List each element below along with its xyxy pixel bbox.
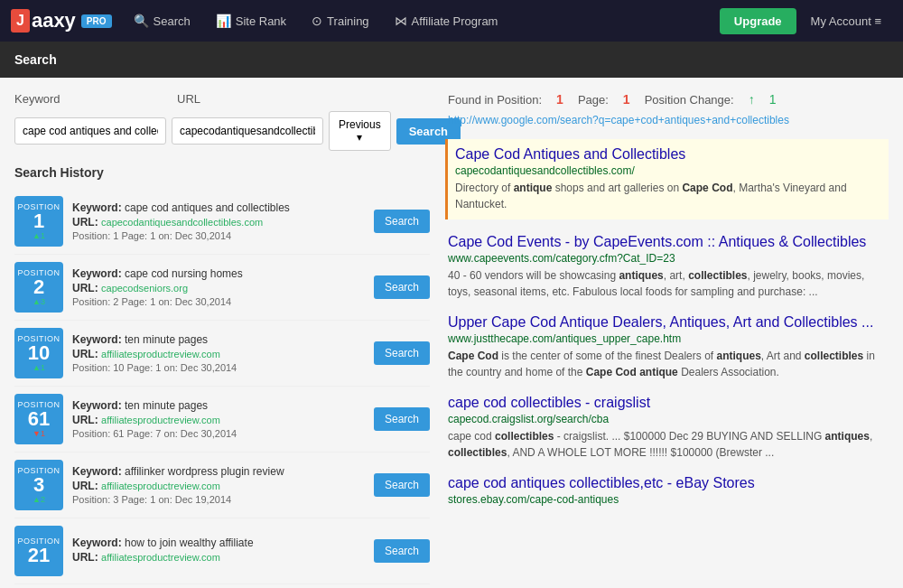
search-nav-icon: 🔍 [134,14,149,28]
result-title-link[interactable]: Cape Cod Antiques and Collectibles [455,146,881,163]
result-display-url: stores.ebay.com/cape-cod-antiques [448,493,889,506]
position-badge: Position 61 ▼1 [14,394,63,444]
my-account-label: My Account ≡ [811,14,881,28]
search-input-row: Previous ▾ Search [14,111,430,151]
history-item: Position 21 Keyword: how to join wealthy… [14,518,430,584]
history-item: Position 1 ▲1 Keyword: cape cod antiques… [14,189,430,255]
history-keyword: Keyword: ten minute pages [72,333,365,346]
history-search-button[interactable]: Search [374,407,430,431]
position-change-value: 1 [769,92,777,107]
logo-icon: J [11,9,30,33]
result-display-url: capecodantiquesandcollectibles.com/ [455,164,881,177]
pro-badge: PRO [81,14,112,28]
nav-training-label: Training [327,14,368,28]
result-snippet: cape cod collectibles - craigslist. ... … [448,428,889,461]
site-rank-icon: 📊 [216,14,231,28]
history-date: Position: 1 Page: 1 on: Dec 30,2014 [72,230,365,241]
result-item: cape cod collectibles - craigslist capec… [448,395,889,461]
previous-button[interactable]: Previous ▾ [329,111,391,151]
position-badge: Position 10 ▲1 [14,328,63,378]
found-in-position-label: Found in Position: [448,93,542,107]
position-badge: Position 3 ▲2 [14,460,63,510]
result-item: Cape Cod Events - by CapeEvents.com :: A… [448,234,889,300]
position-change-arrow: ↑ [749,92,755,107]
history-item: Position 2 ▲3 Keyword: cape cod nursing … [14,255,430,321]
result-title-link[interactable]: cape cod collectibles - craigslist [448,395,889,411]
result-display-url: www.capeevents.com/category.cfm?Cat_ID=2… [448,252,889,265]
history-url: URL: capecodantiquesandcollectibles.com [72,216,365,229]
logo-text: aaxy [32,9,76,33]
results-list: Cape Cod Antiques and Collectibles capec… [448,139,889,506]
result-snippet: Directory of antique shops and art galle… [455,180,881,212]
keyword-input[interactable] [14,117,166,145]
result-item: Cape Cod Antiques and Collectibles capec… [445,139,889,219]
keyword-label: Keyword [14,92,177,106]
google-search-link[interactable]: http://www.google.com/search?q=cape+cod+… [448,114,889,126]
history-date: Position: 2 Page: 1 on: Dec 30,2014 [72,296,365,307]
history-list: Position 1 ▲1 Keyword: cape cod antiques… [14,189,430,584]
affiliate-icon: ⋈ [395,14,407,28]
position-change-label: Position Change: [645,93,734,107]
history-keyword: Keyword: affilinker wordpress plugin rev… [72,465,365,478]
nav-training[interactable]: ⊙ Training [301,0,379,42]
nav-affiliate[interactable]: ⋈ Affiliate Program [384,0,509,42]
history-url: URL: capecodseniors.org [72,282,365,294]
result-title-link[interactable]: cape cod antiques collectibles,etc - eBa… [448,475,889,491]
right-panel: Found in Position: 1 Page: 1 Position Ch… [430,92,889,584]
upgrade-button[interactable]: Upgrade [720,8,796,34]
history-item: Position 3 ▲2 Keyword: affilinker wordpr… [14,453,430,518]
history-url: URL: affiliatesproductreview.com [72,551,365,564]
field-labels: Keyword URL [14,92,430,106]
position-badge: Position 21 [14,526,63,576]
history-date: Position: 10 Page: 1 on: Dec 30,2014 [72,362,365,373]
logo[interactable]: J aaxy PRO [11,9,112,33]
search-tab-label: Search [14,52,57,67]
result-item: cape cod antiques collectibles,etc - eBa… [448,475,889,506]
history-url: URL: affiliatesproductreview.com [72,414,365,426]
nav-affiliate-label: Affiliate Program [412,14,498,28]
history-keyword: Keyword: cape cod nursing homes [72,267,365,280]
url-label: URL [177,92,200,106]
position-badge: Position 1 ▲1 [14,196,63,247]
history-item: Position 61 ▼1 Keyword: ten minute pages… [14,387,430,453]
results-meta: Found in Position: 1 Page: 1 Position Ch… [448,92,889,107]
history-url: URL: affiliatesproductreview.com [72,480,365,492]
history-date: Position: 61 Page: 7 on: Dec 30,2014 [72,428,365,439]
nav-site-rank[interactable]: 📊 Site Rank [205,0,297,42]
result-title-link[interactable]: Cape Cod Events - by CapeEvents.com :: A… [448,234,889,250]
history-item: Position 10 ▲1 Keyword: ten minute pages… [14,321,430,387]
search-tab-bar: Search [0,42,903,78]
result-display-url: capecod.craigslist.org/search/cba [448,413,889,425]
found-position-value: 1 [556,92,563,107]
history-date: Position: 3 Page: 1 on: Dec 19,2014 [72,494,365,505]
result-title-link[interactable]: Upper Cape Cod Antique Dealers, Antiques… [448,314,889,331]
history-keyword: Keyword: how to join wealthy affiliate [72,537,365,549]
history-search-button[interactable]: Search [374,275,430,299]
history-search-button[interactable]: Search [374,473,430,497]
nav-search-label: Search [154,14,191,28]
history-keyword: Keyword: cape cod antiques and collectib… [72,201,365,214]
nav-site-rank-label: Site Rank [236,14,286,28]
history-search-button[interactable]: Search [374,210,430,233]
history-search-button[interactable]: Search [374,341,430,365]
page-value: 1 [623,92,630,107]
result-display-url: www.justthecape.com/antiques_upper_cape.… [448,332,889,345]
result-item: Upper Cape Cod Antique Dealers, Antiques… [448,314,889,380]
left-panel: Keyword URL Previous ▾ Search Search His… [14,92,430,584]
url-input[interactable] [172,117,323,145]
result-snippet: 40 - 60 vendors will be showcasing antiq… [448,267,889,300]
result-snippet: Cape Cod is the center of some of the fi… [448,348,889,380]
page-label: Page: [578,93,609,107]
search-history-title: Search History [14,165,430,180]
history-url: URL: affiliatesproductreview.com [72,348,365,360]
history-keyword: Keyword: ten minute pages [72,399,365,412]
nav-search[interactable]: 🔍 Search [123,0,201,42]
training-icon: ⊙ [312,14,322,28]
position-badge: Position 2 ▲3 [14,262,63,313]
history-search-button[interactable]: Search [374,539,430,563]
my-account-menu[interactable]: My Account ≡ [800,14,892,28]
top-navigation: J aaxy PRO 🔍 Search 📊 Site Rank ⊙ Traini… [0,0,903,42]
main-content: Keyword URL Previous ▾ Search Search His… [0,78,903,588]
